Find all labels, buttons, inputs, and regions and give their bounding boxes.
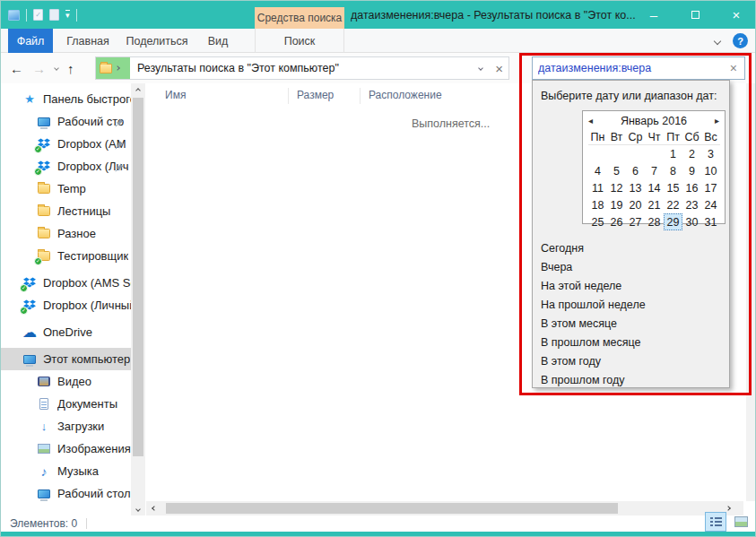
option-this-month[interactable]: В этом месяце — [533, 314, 729, 333]
tab-view[interactable]: Вид — [198, 29, 238, 53]
scroll-down-icon[interactable] — [131, 502, 145, 515]
calendar-day[interactable]: 13 — [626, 179, 645, 196]
option-this-year[interactable]: В этом году — [533, 351, 729, 370]
calendar-day[interactable]: 22 — [664, 196, 682, 213]
address-bar[interactable]: Результаты поиска в "Этот компьютер" × — [95, 56, 509, 80]
video-icon — [38, 377, 50, 386]
thumbnails-view-button[interactable] — [730, 512, 752, 532]
close-button[interactable]: × — [716, 1, 756, 29]
sidebar-item-videos[interactable]: Видео — [1, 370, 131, 393]
properties-icon[interactable]: ✓ — [33, 9, 43, 21]
sidebar-item-desktop-pinned[interactable]: Рабочий сто — [1, 110, 131, 133]
column-size[interactable]: Размер — [297, 89, 334, 101]
sidebar-item-dropbox-personal-root[interactable]: ✓ Dropbox (Личный — [1, 294, 131, 316]
forward-button[interactable]: → — [32, 61, 46, 76]
option-last-year[interactable]: В прошлом году — [533, 370, 729, 389]
calendar-day[interactable]: 14 — [645, 179, 664, 196]
search-box[interactable]: × — [532, 56, 745, 80]
calendar-month-label[interactable]: Январь 2016 — [593, 115, 715, 127]
content-horizontal-scrollbar[interactable] — [146, 501, 743, 515]
calendar-day[interactable]: 8 — [664, 162, 682, 179]
calendar-day[interactable]: 1 — [664, 145, 682, 162]
calendar-day[interactable]: 31 — [701, 213, 720, 230]
sidebar-item-music[interactable]: ♪ Музыка — [1, 460, 131, 482]
scroll-left-icon[interactable] — [146, 501, 162, 515]
sidebar-item-downloads[interactable]: ↓ Загрузки — [1, 415, 131, 437]
calendar-day[interactable]: 4 — [588, 162, 607, 179]
column-location[interactable]: Расположение — [369, 89, 442, 101]
calendar-day[interactable]: 17 — [701, 179, 720, 196]
sidebar-item-onedrive[interactable]: ☁ OneDrive — [1, 321, 131, 343]
calendar-day[interactable]: 10 — [701, 162, 720, 179]
option-yesterday[interactable]: Вчера — [533, 257, 729, 276]
maximize-button[interactable] — [674, 1, 716, 29]
calendar-day[interactable]: 7 — [645, 162, 664, 179]
computer-icon[interactable] — [8, 10, 20, 21]
scroll-up-icon[interactable] — [131, 83, 145, 97]
customize-toolbar-icon[interactable]: ▾ — [65, 10, 70, 20]
calendar-day[interactable]: 9 — [682, 162, 701, 179]
back-button[interactable]: ← — [10, 61, 23, 76]
calendar-day[interactable]: 30 — [682, 213, 701, 230]
option-today[interactable]: Сегодня — [533, 238, 729, 257]
calendar-day[interactable]: 15 — [664, 179, 682, 196]
sidebar-item-testirovshchik[interactable]: ✓ Тестировщик — [1, 245, 131, 267]
sidebar-item-dropbox-ams-root[interactable]: ✓ Dropbox (AMS So — [1, 272, 131, 294]
column-name[interactable]: Имя — [165, 89, 186, 101]
sidebar-scrollbar[interactable] — [131, 83, 145, 515]
sidebar-item-raznoe[interactable]: Разное — [1, 222, 131, 245]
details-view-button[interactable] — [705, 512, 726, 532]
scrollbar-thumb[interactable] — [133, 98, 143, 456]
next-month-icon[interactable]: ▸ — [715, 116, 719, 126]
option-last-month[interactable]: В прошлом месяце — [533, 333, 729, 351]
scrollbar-thumb[interactable] — [166, 503, 618, 514]
tab-share[interactable]: Поделиться — [123, 29, 191, 53]
option-last-week[interactable]: На прошлой неделе — [533, 295, 729, 314]
calendar-day[interactable]: 27 — [626, 213, 645, 230]
clear-search-icon[interactable]: × — [730, 61, 737, 75]
sidebar-item-dropbox-personal-pinned[interactable]: ✓ Dropbox (Лич — [1, 155, 131, 178]
up-button[interactable]: ↑ — [67, 61, 74, 76]
calendar-day[interactable]: 19 — [607, 196, 626, 213]
sync-check-icon: ✓ — [34, 168, 42, 176]
calendar-day[interactable]: 28 — [645, 213, 664, 230]
address-dropdown-icon[interactable] — [478, 65, 483, 71]
calendar-day[interactable]: 20 — [626, 196, 645, 213]
search-input[interactable] — [538, 58, 717, 78]
tab-search[interactable]: Поиск — [255, 29, 344, 53]
calendar-day[interactable]: 21 — [645, 196, 664, 213]
sidebar-item-this-pc[interactable]: Этот компьютер — [1, 348, 131, 370]
tab-file[interactable]: Файл — [8, 29, 53, 53]
help-icon[interactable]: ? — [733, 33, 748, 48]
tab-home[interactable]: Главная — [60, 29, 116, 53]
sidebar-item-documents[interactable]: Документы — [1, 393, 131, 415]
calendar-day[interactable]: 5 — [607, 162, 626, 179]
calendar-day[interactable]: 12 — [607, 179, 626, 196]
breadcrumb-chevron-icon[interactable] — [115, 65, 120, 71]
option-this-week[interactable]: На этой неделе — [533, 276, 729, 295]
sidebar-item-quick-access[interactable]: ★ Панель быстрого — [1, 88, 131, 110]
sidebar-item-pictures[interactable]: Изображения — [1, 437, 131, 460]
calendar-day[interactable]: 6 — [626, 162, 645, 179]
stop-search-icon[interactable]: × — [495, 62, 503, 75]
new-folder-icon[interactable] — [49, 9, 59, 21]
calendar-day[interactable]: 16 — [682, 179, 701, 196]
calendar-day[interactable]: 2 — [682, 145, 701, 162]
chevron-down-icon[interactable] — [714, 37, 721, 44]
sidebar-item-desktop[interactable]: Рабочий стол — [1, 482, 131, 501]
recent-locations-icon[interactable] — [54, 65, 59, 71]
calendar-day[interactable]: 18 — [588, 196, 607, 213]
calendar-day[interactable]: 3 — [701, 145, 720, 162]
calendar-day[interactable]: 24 — [701, 196, 720, 213]
content-vertical-scrollbar[interactable] — [746, 83, 756, 501]
sidebar-item-dropbox-ams-pinned[interactable]: ✓ Dropbox (AM — [1, 133, 131, 155]
calendar-day[interactable]: 11 — [588, 179, 607, 196]
minimize-button[interactable]: – — [633, 1, 674, 29]
sidebar-item-lestnitsy[interactable]: Лестницы — [1, 200, 131, 222]
calendar-day[interactable]: 23 — [682, 196, 701, 213]
calendar-day[interactable]: 26 — [607, 213, 626, 230]
breadcrumb[interactable]: Результаты поиска в "Этот компьютер" — [137, 62, 339, 74]
calendar-day[interactable]: 25 — [588, 213, 607, 230]
calendar-day-selected[interactable]: 29 — [664, 213, 682, 230]
sidebar-item-temp[interactable]: Temp — [1, 178, 131, 200]
